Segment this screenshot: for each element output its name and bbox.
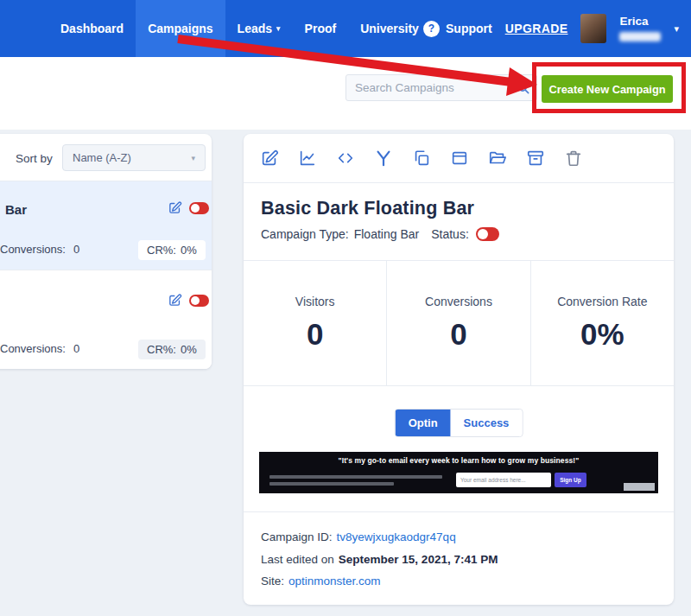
preview-email-input: Your email address here... [456, 473, 551, 487]
campaign-id-link[interactable]: tv8yewjxugkaodgr47qq [337, 530, 456, 543]
navbar-right: ? Support UPGRADE Erica ▾ [423, 0, 679, 57]
campaign-title-section: Basic Dark Floating Bar Campaign Type: F… [244, 183, 674, 261]
search-icon [517, 81, 530, 95]
cr-badge: CR%:0% [138, 240, 206, 260]
campaign-toolbar [244, 134, 674, 183]
cr-label: CR%: [147, 343, 176, 356]
sort-select[interactable]: Name (A-Z) ▾ [62, 144, 206, 171]
campaign-status-toggle[interactable] [189, 295, 209, 307]
conversions-value: 0 [73, 243, 79, 256]
stat-label: Conversions [425, 295, 492, 308]
preview-section: Optin Success "It's my go-to email every… [244, 386, 674, 512]
campaign-meta: Campaign ID:tv8yewjxugkaodgr47qq Last ed… [244, 512, 674, 612]
nav-item-university[interactable]: University [348, 0, 431, 57]
stat-conversions: Conversions 0 [386, 261, 529, 385]
upgrade-link[interactable]: UPGRADE [505, 22, 568, 35]
edit-pencil-icon[interactable] [168, 293, 182, 308]
conversions-value: 0 [73, 342, 79, 355]
campaign-status-toggle[interactable] [189, 202, 209, 214]
preview-text-line [269, 475, 442, 479]
conversions-stat: Conversions:0 [0, 342, 79, 355]
user-menu[interactable]: Erica [619, 16, 661, 41]
search-input[interactable] [346, 81, 517, 94]
campaign-id-label: Campaign ID: [261, 530, 333, 543]
search-box [346, 74, 537, 101]
campaign-preview-thumbnail: "It's my go-to email every week to learn… [259, 452, 658, 493]
trash-icon[interactable] [563, 149, 583, 168]
site-link[interactable]: optinmonster.com [288, 575, 381, 587]
tab-success[interactable]: Success [451, 410, 523, 436]
nav-item-campaigns[interactable]: Campaigns [136, 0, 225, 57]
campaign-list-item-selected[interactable]: Bar Conversions:0 CR%:0% [0, 181, 212, 270]
cr-label: CR%: [147, 244, 176, 257]
preview-signup-button: Sign Up [555, 473, 586, 487]
campaign-title: Basic Dark Floating Bar [261, 198, 656, 219]
template-icon[interactable] [449, 149, 469, 168]
campaign-detail-panel: Basic Dark Floating Bar Campaign Type: F… [244, 134, 674, 605]
analytics-icon[interactable] [297, 149, 317, 168]
stat-label: Visitors [295, 295, 335, 308]
stat-label: Conversion Rate [557, 295, 647, 308]
user-name: Erica [619, 16, 661, 29]
preview-tabs: Optin Success [395, 409, 523, 437]
preview-text-line [269, 482, 394, 486]
split-test-icon[interactable] [373, 149, 393, 168]
conversions-label: Conversions: [0, 243, 66, 256]
preview-quote: "It's my go-to email every week to learn… [259, 456, 658, 465]
status-label: Status: [431, 227, 469, 241]
stat-conversion-rate: Conversion Rate 0% [530, 261, 674, 385]
chevron-down-icon: ▾ [191, 154, 195, 162]
stat-visitors: Visitors 0 [244, 261, 386, 385]
cr-value: 0% [181, 343, 197, 356]
support-label: Support [446, 22, 492, 35]
nav-university-label: University [360, 22, 419, 35]
archive-icon[interactable] [525, 149, 545, 168]
avatar[interactable] [580, 14, 606, 43]
last-edited-label: Last edited on [261, 553, 334, 566]
conversions-label: Conversions: [0, 342, 66, 355]
campaign-type-value: Floating Bar [354, 227, 419, 241]
nav-proof-label: Proof [305, 22, 337, 35]
main-nav: Dashboard Campaigns Leads ▾ Proof Univer… [48, 0, 431, 57]
site-label: Site: [261, 575, 284, 587]
cr-value: 0% [181, 244, 197, 257]
chevron-down-icon[interactable]: ▾ [674, 23, 679, 35]
chevron-down-icon: ▾ [276, 24, 281, 33]
nav-item-support[interactable]: ? Support [423, 21, 492, 37]
nav-item-proof[interactable]: Proof [293, 0, 349, 57]
edit-pencil-icon[interactable] [168, 200, 182, 215]
preview-small-text [269, 475, 442, 489]
nav-item-leads[interactable]: Leads ▾ [225, 0, 293, 57]
nav-dashboard-label: Dashboard [60, 22, 124, 35]
edit-icon[interactable] [259, 149, 279, 168]
campaign-type-label: Campaign Type: [261, 227, 349, 241]
last-edited-line: Last edited onSeptember 15, 2021, 7:41 P… [261, 551, 656, 568]
conversions-stat: Conversions:0 [0, 243, 79, 256]
stat-value: 0 [307, 317, 323, 352]
folder-icon[interactable] [487, 149, 507, 168]
nav-campaigns-label: Campaigns [148, 22, 212, 35]
stat-value: 0 [450, 317, 466, 352]
duplicate-icon[interactable] [411, 149, 431, 168]
campaign-type-row: Campaign Type: Floating Bar Status: [261, 227, 656, 241]
sort-row: Sort by Name (A-Z) ▾ [0, 134, 212, 181]
stat-value: 0% [580, 317, 624, 352]
create-new-campaign-button[interactable]: Create New Campaign [542, 75, 673, 103]
nav-leads-label: Leads [238, 22, 272, 35]
sort-by-label: Sort by [16, 152, 53, 165]
tab-optin[interactable]: Optin [396, 410, 451, 436]
question-mark-icon: ? [423, 21, 440, 37]
preview-watermark [624, 483, 655, 491]
campaign-status-toggle[interactable] [476, 227, 499, 241]
top-navbar: Dashboard Campaigns Leads ▾ Proof Univer… [0, 0, 691, 57]
redacted-user-text [619, 32, 661, 41]
cr-badge: CR%:0% [138, 340, 206, 359]
embed-code-icon[interactable] [335, 149, 355, 168]
site-line: Site:optinmonster.com [261, 573, 656, 590]
nav-item-dashboard[interactable]: Dashboard [48, 0, 136, 57]
last-edited-value: September 15, 2021, 7:41 PM [339, 553, 498, 566]
campaign-list-item[interactable]: Conversions:0 CR%:0% [0, 270, 212, 369]
campaign-id-line: Campaign ID:tv8yewjxugkaodgr47qq [261, 529, 656, 546]
campaign-item-title: Bar [5, 202, 27, 217]
campaign-list-panel: Sort by Name (A-Z) ▾ Bar Conversions:0 C… [0, 134, 212, 369]
